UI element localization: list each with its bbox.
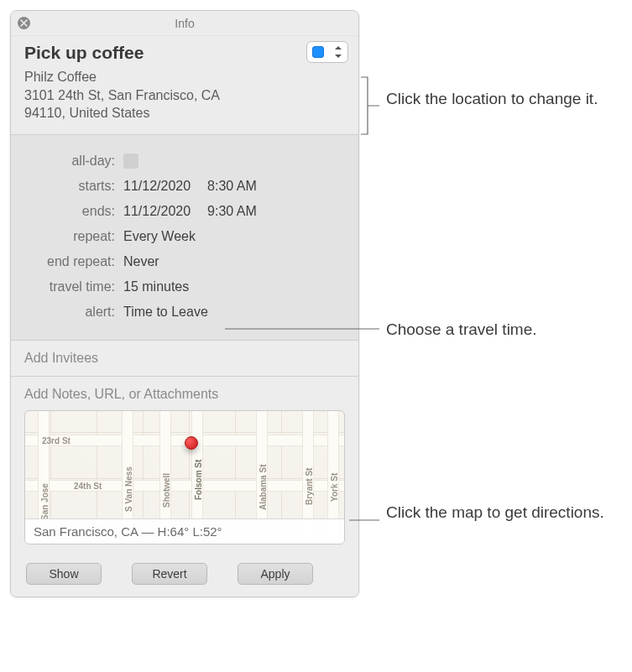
starts-time[interactable]: 8:30 AM: [207, 179, 257, 194]
map-pin-icon: [185, 436, 198, 450]
dropdown-arrows-icon: [334, 46, 342, 58]
map-street: [25, 480, 344, 492]
ends-date[interactable]: 11/12/2020: [123, 204, 191, 219]
add-notes-field[interactable]: Add Notes, URL, or Attachments: [24, 387, 345, 402]
street-label: S Van Ness: [124, 466, 133, 512]
label-alert: alert:: [24, 305, 123, 320]
starts-date[interactable]: 11/12/2020: [123, 179, 191, 194]
calendar-picker[interactable]: [306, 41, 348, 63]
label-starts: starts:: [24, 179, 123, 194]
address-line-2: 94110, United States: [24, 104, 345, 122]
event-title[interactable]: Pick up coffee: [24, 43, 345, 63]
close-button[interactable]: [18, 17, 30, 29]
show-button[interactable]: Show: [26, 563, 102, 585]
annotation-travel-time: Choose a travel time.: [386, 319, 613, 341]
travel-time-value[interactable]: 15 minutes: [123, 279, 189, 294]
street-label: 23rd St: [42, 436, 71, 445]
street-label: Folsom St: [194, 459, 203, 499]
street-label: Alabama St: [259, 464, 268, 509]
notes-section: Add Notes, URL, or Attachments 23rd St 2…: [11, 377, 358, 555]
map-weather-footer: San Francisco, CA — H:64° L:52°: [25, 518, 344, 544]
ends-time[interactable]: 9:30 AM: [207, 204, 257, 219]
label-ends: ends:: [24, 204, 123, 219]
map-preview[interactable]: 23rd St 24th St S Van Ness Shotwell Fols…: [24, 410, 345, 544]
window-title: Info: [175, 17, 194, 30]
apply-button[interactable]: Apply: [238, 563, 313, 585]
event-location[interactable]: Philz Coffee 3101 24th St, San Francisco…: [24, 68, 345, 122]
street-label: York St: [330, 473, 339, 502]
street-label: San Jose: [40, 483, 50, 520]
alert-value[interactable]: Time to Leave: [123, 305, 208, 320]
location-name: Philz Coffee: [24, 68, 345, 86]
button-bar: Show Revert Apply: [11, 555, 358, 596]
annotation-location: Click the location to change it.: [386, 88, 613, 110]
address-line-1: 3101 24th St, San Francisco, CA: [24, 86, 345, 105]
label-end-repeat: end repeat:: [24, 254, 123, 269]
label-repeat: repeat:: [24, 229, 123, 244]
repeat-value[interactable]: Every Week: [123, 229, 196, 244]
revert-button[interactable]: Revert: [132, 563, 207, 585]
event-details: all-day: starts: 11/12/2020 8:30 AM ends…: [11, 135, 358, 341]
window-titlebar: Info: [11, 11, 358, 36]
label-travel-time: travel time:: [24, 279, 123, 294]
allday-checkbox[interactable]: [123, 154, 138, 169]
event-info-panel: Info Pick up coffee Philz Coffee 3101 24…: [10, 10, 359, 597]
street-label: Shotwell: [162, 473, 171, 508]
street-label: Bryant St: [305, 467, 314, 504]
event-header: Pick up coffee Philz Coffee 3101 24th St…: [11, 36, 358, 135]
end-repeat-value[interactable]: Never: [123, 254, 159, 269]
add-invitees-field[interactable]: Add Invitees: [11, 341, 358, 377]
street-label: 24th St: [74, 482, 102, 491]
annotation-map: Click the map to get directions.: [386, 502, 613, 524]
calendar-color-swatch: [312, 46, 324, 58]
label-allday: all-day:: [24, 154, 123, 169]
